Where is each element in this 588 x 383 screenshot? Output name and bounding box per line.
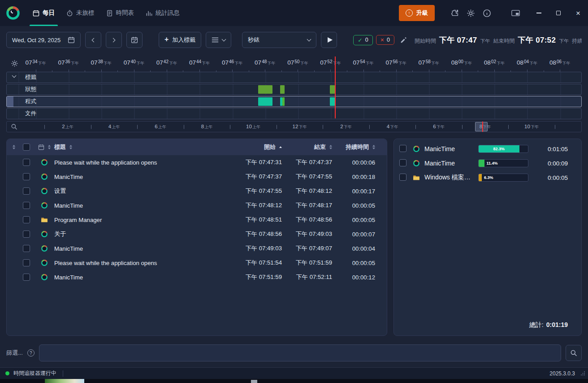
info-button[interactable] <box>479 5 495 21</box>
timeline-row-docs[interactable]: 文件 <box>6 108 582 119</box>
plugins-button[interactable] <box>446 5 463 21</box>
timeline-row-tags[interactable]: 標籤 <box>6 72 582 83</box>
activity-block[interactable] <box>258 85 272 94</box>
flag-fail-badge[interactable]: ×0 <box>376 35 394 45</box>
row-checkbox[interactable] <box>399 159 406 166</box>
row-checkbox[interactable] <box>23 259 30 266</box>
row-checkbox[interactable] <box>23 245 30 252</box>
tab-daily[interactable]: 每日 <box>27 0 61 26</box>
gear-icon <box>467 9 475 17</box>
activity-block[interactable] <box>258 97 272 106</box>
filter-input[interactable] <box>39 344 561 361</box>
timeline-hour-label: 0802下午 <box>484 60 505 66</box>
monitor-icon <box>511 9 520 17</box>
activity-title: 设置 <box>54 187 232 195</box>
table-row[interactable]: 关于下午 07:48:56下午 07:49:0300:00:07 <box>7 227 387 241</box>
table-row[interactable]: ManicTime下午 07:51:59下午 07:52:1100:00:12 <box>7 270 387 284</box>
table-row[interactable]: Please wait while the application opens下… <box>7 155 387 170</box>
column-header-start[interactable]: 開始 <box>232 143 282 151</box>
status-separator <box>63 370 63 377</box>
table-row[interactable]: Please wait while the application opens下… <box>7 256 387 270</box>
tab-unflagged[interactable]: 未旗標 <box>61 0 100 26</box>
timeline-row-label: 標籤 <box>25 72 36 83</box>
start-timer-button[interactable] <box>321 32 337 48</box>
activity-block[interactable] <box>330 85 335 94</box>
timeline-row-apps[interactable]: 程式 <box>6 96 582 107</box>
row-checkbox[interactable] <box>399 174 406 181</box>
activity-block[interactable] <box>330 97 335 106</box>
row-checkbox[interactable] <box>23 274 30 281</box>
activity-end: 下午 07:51:59 <box>282 259 332 267</box>
add-tag-button[interactable]: +加入標籤 <box>159 32 201 48</box>
column-header-source[interactable] <box>35 144 54 150</box>
flag-ok-badge[interactable]: ✓0 <box>353 35 372 45</box>
resize-grip[interactable] <box>580 371 585 376</box>
zoom-icon[interactable] <box>11 123 17 130</box>
column-header-duration[interactable]: 持續時間 <box>332 143 375 151</box>
edit-flags-button[interactable] <box>398 34 410 46</box>
mini-timeline-hour-label: 6下午 <box>433 124 444 130</box>
table-row[interactable]: ManicTime下午 07:47:37下午 07:47:5500:00:18 <box>7 170 387 184</box>
table-row[interactable]: ManicTime下午 07:49:03下午 07:49:0700:00:04 <box>7 241 387 256</box>
next-day-button[interactable] <box>106 32 122 48</box>
activity-block[interactable] <box>282 97 285 106</box>
row-checkbox[interactable] <box>23 159 30 166</box>
summary-row[interactable]: ManicTime82.3%0:01:05 <box>394 142 581 156</box>
row-checkbox[interactable] <box>23 216 30 223</box>
tab-timesheet[interactable]: 時間表 <box>100 0 140 26</box>
activity-duration: 00:00:12 <box>332 274 375 281</box>
mini-timeline-hour-label: 4上午 <box>108 124 120 130</box>
table-row[interactable]: ManicTime下午 07:48:12下午 07:48:1700:00:05 <box>7 198 387 213</box>
activity-end: 下午 07:49:07 <box>282 244 332 252</box>
activity-end: 下午 07:47:55 <box>282 173 332 181</box>
timeline-row-status[interactable]: 狀態 <box>6 84 582 95</box>
filter-search-button[interactable] <box>566 345 582 361</box>
timer-select[interactable]: 秒錶 <box>242 32 316 48</box>
row-checkbox[interactable] <box>23 231 30 238</box>
folder-icon <box>35 216 54 223</box>
settings-button[interactable] <box>463 5 479 21</box>
column-header-end[interactable]: 結束 <box>282 143 332 151</box>
timeline-hours: 0734下午0736下午0738下午0740下午0742下午0744下午0746… <box>6 57 582 72</box>
mini-timeline[interactable]: 2上午4上午6上午8上午10上午12下午2下午4下午6下午8下午10下午 <box>6 121 582 132</box>
column-header-title[interactable]: 標題 <box>54 143 232 151</box>
info-icon <box>483 9 491 17</box>
maximize-button[interactable] <box>549 0 568 26</box>
table-row[interactable]: 设置下午 07:47:55下午 07:48:1200:00:17 <box>7 184 387 198</box>
upgrade-button[interactable]: ↑ 升級 <box>399 5 435 21</box>
close-button[interactable]: × <box>568 0 588 26</box>
select-all-checkbox[interactable] <box>23 144 30 151</box>
view-options-button[interactable] <box>206 32 231 48</box>
mini-timeline-hour-label: 2下午 <box>340 124 351 130</box>
timeline-grid <box>7 109 581 119</box>
activity-duration: 00:00:18 <box>332 174 375 180</box>
activity-end: 下午 07:48:17 <box>282 201 332 209</box>
prev-day-button[interactable] <box>85 32 101 48</box>
row-checkbox[interactable] <box>399 145 406 152</box>
mini-timeline-hour-label: 2上午 <box>62 124 73 130</box>
row-checkbox[interactable] <box>23 173 30 180</box>
table-row[interactable]: Program Manager下午 07:48:51下午 07:48:5600:… <box>7 213 387 227</box>
manictime-app-icon <box>35 274 54 281</box>
timeline-hour-label: 0800下午 <box>451 60 472 66</box>
row-checkbox[interactable] <box>23 187 30 195</box>
chevron-down-icon <box>307 37 311 41</box>
pencil-icon <box>400 37 407 44</box>
activity-block[interactable] <box>280 85 285 94</box>
tracker-running-indicator <box>5 371 9 375</box>
date-picker-button[interactable]: Wed, Oct 29, 2025 <box>6 32 81 48</box>
summary-row[interactable]: Windows 檔案總管6.3%0:00:05 <box>394 170 581 185</box>
monitor-layout-button[interactable] <box>507 5 523 21</box>
summary-app-name: ManicTime <box>424 145 478 152</box>
tab-statistics[interactable]: 統計訊息 <box>140 0 186 26</box>
minimize-button[interactable] <box>529 0 549 26</box>
mini-timeline-view-window[interactable] <box>475 122 488 131</box>
summary-row[interactable]: ManicTime11.4%0:00:09 <box>394 156 581 170</box>
help-icon[interactable]: ? <box>27 349 35 357</box>
taskbar-widget-peek <box>45 379 84 383</box>
go-to-today-button[interactable] <box>126 32 143 48</box>
row-checkbox[interactable] <box>23 202 30 209</box>
column-header-flag[interactable] <box>7 145 18 149</box>
summary-duration: 0:00:05 <box>528 174 568 181</box>
start-time-label: 開始時間 <box>415 37 436 45</box>
